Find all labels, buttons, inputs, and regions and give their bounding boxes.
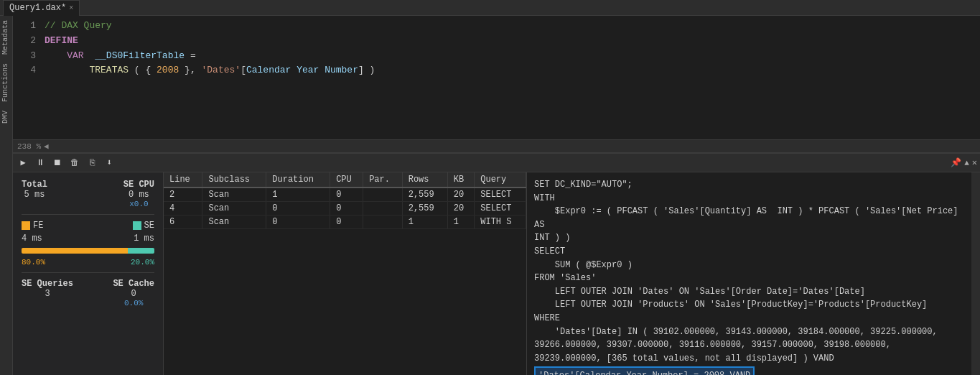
table-row: 2Scan102,55920SELECT xyxy=(164,188,526,202)
line-number-3: 3 xyxy=(19,49,36,64)
se-queries-value: 3 xyxy=(22,289,73,299)
fe-label: FE xyxy=(22,221,43,231)
code-line-3: 3 VAR __DS0FilterTable = xyxy=(13,49,980,64)
tab-label: Query1.dax* xyxy=(9,3,66,13)
col-kb: KB xyxy=(447,172,474,188)
fe-value: 4 ms xyxy=(22,233,42,244)
cell-query: SELECT xyxy=(475,202,526,216)
query-tab[interactable]: Query1.dax* × xyxy=(3,0,80,16)
cell-line: 6 xyxy=(164,216,202,229)
line-number-4: 4 xyxy=(19,63,36,78)
pause-button[interactable]: ⏸ xyxy=(33,156,47,170)
fe-label-text: FE xyxy=(33,221,43,231)
code-editor[interactable]: 1 // DAX Query 2 DEFINE 3 VAR __DS0Filte… xyxy=(13,16,980,139)
query-highlight-text: 'Dates'[Calendar Year Number] = 2008 VAN… xyxy=(538,371,750,375)
code-content-1: // DAX Query xyxy=(45,19,112,34)
progress-bar xyxy=(22,248,154,254)
close-icon[interactable]: × xyxy=(69,4,73,12)
scroll-indicator: ◀ xyxy=(44,142,49,151)
code-content-4: TREATAS ( { 2008 }, 'Dates'[Calendar Yea… xyxy=(45,63,375,78)
stats-queries-row: SE Queries 3 SE Cache 0 0.0% xyxy=(22,279,154,307)
sidebar-item-metadata[interactable]: Metadata xyxy=(0,16,12,59)
tab-bar: Query1.dax* × xyxy=(0,0,980,16)
col-cpu: CPU xyxy=(330,172,363,188)
se-pct: 20.0% xyxy=(131,258,154,267)
se-cache-sub: 0.0% xyxy=(113,299,154,307)
stat-se-queries: SE Queries 3 xyxy=(22,279,73,307)
stats-total-row: Total 5 ms SE CPU 0 ms x0.0 xyxy=(22,180,154,208)
cell-par xyxy=(363,188,403,202)
stat-total-label: Total xyxy=(22,180,47,190)
cell-subclass: Scan xyxy=(202,216,266,229)
results-table: Line Subclass Duration CPU Par. Rows KB … xyxy=(164,172,526,229)
col-query: Query xyxy=(475,172,526,188)
grid-panel[interactable]: Line Subclass Duration CPU Par. Rows KB … xyxy=(164,172,526,375)
cell-cpu: 0 xyxy=(330,216,363,229)
cell-subclass: Scan xyxy=(202,188,266,202)
stat-se-cache: SE Cache 0 0.0% xyxy=(113,279,154,307)
stats-panel: Total 5 ms SE CPU 0 ms x0.0 xyxy=(13,172,164,375)
cell-par xyxy=(363,202,403,216)
run-button[interactable]: ▶ xyxy=(16,156,30,170)
cell-kb: 20 xyxy=(447,188,474,202)
cell-cpu: 0 xyxy=(330,202,363,216)
cell-rows: 1 xyxy=(402,216,447,229)
stat-total-value: 5 ms xyxy=(22,190,47,200)
cell-line: 4 xyxy=(164,202,202,216)
clear-button[interactable]: 🗑 xyxy=(67,156,82,170)
stat-se-cpu: SE CPU 0 ms x0.0 xyxy=(123,180,154,208)
expand-icon[interactable]: ▲ xyxy=(964,159,969,167)
query-panel[interactable]: SET DC_KIND="AUTO"; WITH $Expr0 := ( PFC… xyxy=(526,172,971,375)
bottom-toolbar: ▶ ⏸ ⏹ 🗑 ⎘ ⬇ 📌 ▲ ✕ xyxy=(13,154,980,172)
stat-se-cpu-sub: x0.0 xyxy=(123,200,154,208)
header-row: Line Subclass Duration CPU Par. Rows KB … xyxy=(164,172,526,188)
table-row: 4Scan002,55920SELECT xyxy=(164,202,526,216)
close-panel-icon[interactable]: ✕ xyxy=(972,157,977,168)
cell-duration: 0 xyxy=(266,202,330,216)
fe-dot-icon xyxy=(22,221,30,230)
toolbar-right: 📌 ▲ ✕ xyxy=(951,157,977,168)
cell-subclass: Scan xyxy=(202,202,266,216)
cell-kb: 1 xyxy=(447,216,474,229)
vertical-scrollbar[interactable] xyxy=(971,172,980,375)
se-queries-label: SE Queries xyxy=(22,279,73,289)
main-area: Metadata Functions DMV 1 // DAX Query 2 … xyxy=(0,16,980,375)
fe-se-labels-row: FE SE xyxy=(22,221,154,231)
col-par: Par. xyxy=(363,172,403,188)
code-content-3: VAR __DS0FilterTable = xyxy=(45,49,196,64)
table-body: 2Scan102,55920SELECT4Scan002,55920SELECT… xyxy=(164,188,526,229)
stat-total: Total 5 ms xyxy=(22,180,47,208)
bottom-panel: ▶ ⏸ ⏹ 🗑 ⎘ ⬇ 📌 ▲ ✕ Total xyxy=(13,152,980,375)
code-line-1: 1 // DAX Query xyxy=(13,19,980,34)
code-line-4: 4 TREATAS ( { 2008 }, 'Dates'[Calendar Y… xyxy=(13,63,980,78)
col-duration: Duration xyxy=(266,172,330,188)
download-button[interactable]: ⬇ xyxy=(102,156,116,170)
code-line-2: 2 DEFINE xyxy=(13,34,980,49)
se-cache-value: 0 xyxy=(113,289,154,299)
cell-par xyxy=(363,216,403,229)
col-subclass: Subclass xyxy=(202,172,266,188)
pin-icon[interactable]: 📌 xyxy=(951,157,961,168)
col-line: Line xyxy=(164,172,202,188)
stop-button[interactable]: ⏹ xyxy=(50,156,65,170)
se-dot-icon xyxy=(133,221,141,230)
pct-row: 80.0% 20.0% xyxy=(22,258,154,267)
zoom-level: 238 % xyxy=(17,142,41,151)
progress-se-bar xyxy=(128,248,154,254)
sidebar-item-functions[interactable]: Functions xyxy=(0,59,12,106)
line-number-2: 2 xyxy=(19,34,36,49)
cell-rows: 2,559 xyxy=(402,202,447,216)
divider-2 xyxy=(22,272,154,273)
progress-fe-bar xyxy=(22,248,128,254)
table-row: 6Scan0011WITH S xyxy=(164,216,526,229)
code-content-2: DEFINE xyxy=(45,34,78,49)
copy-button[interactable]: ⎘ xyxy=(85,156,99,170)
stat-se-cpu-label: SE CPU xyxy=(123,180,154,190)
col-rows: Rows xyxy=(402,172,447,188)
sidebar-item-dmv[interactable]: DMV xyxy=(0,106,12,128)
bottom-content: Total 5 ms SE CPU 0 ms x0.0 xyxy=(13,172,980,375)
table-header: Line Subclass Duration CPU Par. Rows KB … xyxy=(164,172,526,188)
fe-pct: 80.0% xyxy=(22,258,45,267)
stat-se-cpu-value: 0 ms xyxy=(123,190,154,200)
line-number-1: 1 xyxy=(19,19,36,34)
